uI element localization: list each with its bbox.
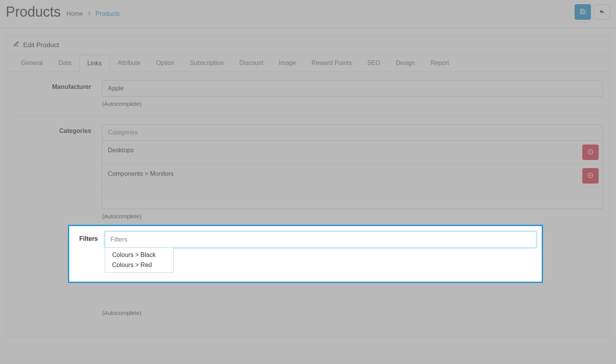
- header-buttons: [575, 4, 610, 20]
- manufacturer-help: (Autocomplete): [102, 100, 603, 107]
- tab-reward-points[interactable]: Reward Points: [304, 55, 360, 71]
- floppy-disk-icon: [580, 9, 586, 16]
- filters-label: Filters: [75, 231, 105, 274]
- save-button[interactable]: [575, 4, 591, 20]
- tab-subscription[interactable]: Subscription: [182, 55, 232, 71]
- filters-input[interactable]: [105, 231, 536, 248]
- field-manufacturer: Manufacturer (Autocomplete): [13, 72, 603, 116]
- edit-product-panel: Edit Product GeneralDataLinksAttributeOp…: [6, 35, 610, 337]
- tab-data[interactable]: Data: [51, 55, 79, 71]
- filters-help: (Autocomplete): [102, 310, 603, 316]
- breadcrumb: Home Products: [67, 10, 120, 18]
- tab-discount[interactable]: Discount: [232, 55, 271, 71]
- filters-option[interactable]: Colours > Black: [105, 250, 173, 260]
- tab-design[interactable]: Design: [388, 55, 423, 71]
- panel-heading: Edit Product: [6, 36, 610, 55]
- reply-arrow-icon: [599, 9, 605, 16]
- field-categories: Categories DesktopsComponents > Monitors…: [13, 116, 603, 228]
- filters-option[interactable]: Colours > Red: [105, 260, 173, 270]
- tab-report[interactable]: Report: [423, 55, 457, 71]
- tab-links[interactable]: Links: [79, 55, 110, 72]
- breadcrumb-home[interactable]: Home: [67, 10, 83, 17]
- remove-category-button[interactable]: [582, 168, 599, 184]
- page-title: Products: [6, 4, 61, 20]
- category-row: Components > Monitors: [102, 164, 602, 188]
- breadcrumb-current[interactable]: Products: [96, 10, 120, 17]
- page-header: Products Home Products: [0, 0, 616, 28]
- tab-general[interactable]: General: [13, 55, 51, 71]
- back-button[interactable]: [594, 4, 610, 20]
- categories-label: Categories: [13, 124, 102, 219]
- categories-help: (Autocomplete): [102, 213, 603, 219]
- tab-seo[interactable]: SEO: [360, 55, 388, 71]
- category-row-empty: [102, 188, 602, 209]
- pencil-icon: [13, 41, 19, 49]
- tab-image[interactable]: Image: [271, 55, 304, 71]
- chevron-right-icon: [86, 10, 92, 18]
- filters-autocomplete-dropdown: Colours > BlackColours > Red: [105, 248, 174, 273]
- tab-option[interactable]: Option: [148, 55, 182, 71]
- categories-list: DesktopsComponents > Monitors: [102, 141, 603, 209]
- form-body: Manufacturer (Autocomplete) Categories D…: [6, 72, 610, 336]
- product-tabs: GeneralDataLinksAttributeOptionSubscript…: [6, 55, 610, 72]
- manufacturer-input[interactable]: [102, 80, 603, 97]
- filters-spotlight: Filters Colours > BlackColours > Red: [68, 225, 543, 283]
- panel-heading-text: Edit Product: [23, 41, 59, 49]
- manufacturer-label: Manufacturer: [13, 80, 102, 107]
- minus-circle-icon: [587, 149, 594, 156]
- tab-attribute[interactable]: Attribute: [110, 55, 148, 71]
- category-row: Desktops: [102, 141, 602, 164]
- category-label: Components > Monitors: [108, 168, 174, 177]
- remove-category-button[interactable]: [582, 145, 599, 160]
- category-label: Desktops: [108, 145, 134, 154]
- categories-input[interactable]: [102, 124, 603, 141]
- minus-circle-icon: [587, 172, 594, 180]
